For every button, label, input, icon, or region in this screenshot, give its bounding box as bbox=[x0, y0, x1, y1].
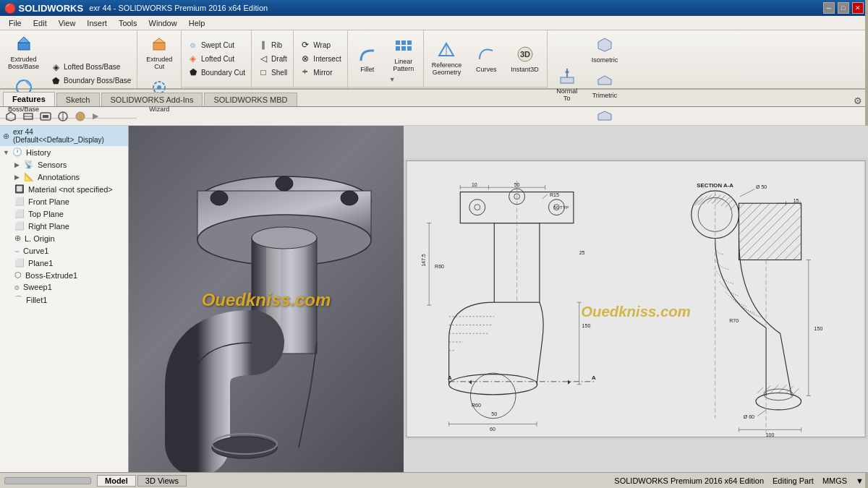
3d-views-tab[interactable]: 3D Views bbox=[137, 475, 187, 487]
boss-extrude1-icon: ⬡ bbox=[14, 270, 22, 280]
title-bar: 🔴 SOLIDWORKS exr 44 - SOLIDWORKS Premium… bbox=[0, 0, 868, 16]
svg-text:147.5: 147.5 bbox=[421, 254, 426, 267]
section-view-icon[interactable] bbox=[55, 108, 71, 124]
tree-sweep1[interactable]: ⌾ Sweep1 bbox=[0, 281, 128, 293]
model-tab[interactable]: Model bbox=[97, 475, 136, 487]
tree-boss-extrude1[interactable]: ⬡ Boss-Extrude1 bbox=[0, 269, 128, 281]
instant3d-button[interactable]: 3D Instant3D bbox=[506, 41, 543, 76]
shell-button[interactable]: □ Shell bbox=[255, 66, 289, 79]
lofted-boss-base-icon: ◈ bbox=[50, 61, 61, 73]
svg-text:R60: R60 bbox=[435, 264, 444, 269]
menu-edit[interactable]: Edit bbox=[27, 17, 53, 29]
tab-search-icon[interactable]: ⚙ bbox=[854, 95, 862, 106]
mirror-button[interactable]: ⫩ Mirror bbox=[297, 66, 343, 79]
lofted-cut-icon: ◈ bbox=[187, 53, 199, 64]
lofted-cut-button[interactable]: ◈ Lofted Cut bbox=[185, 52, 247, 65]
draft-button[interactable]: ◁ Draft bbox=[255, 52, 289, 65]
svg-text:100: 100 bbox=[766, 432, 775, 437]
boundary-cut-icon: ⬟ bbox=[187, 67, 199, 78]
window-controls[interactable]: ─ □ ✕ bbox=[823, 2, 864, 14]
material-icon: 🔲 bbox=[14, 184, 25, 194]
isometric-button[interactable]: Isometric bbox=[587, 32, 623, 67]
svg-rect-10 bbox=[396, 46, 400, 51]
lofted-boss-base-button[interactable]: ◈ Lofted Boss/Base bbox=[48, 61, 133, 74]
tab-sketch[interactable]: Sketch bbox=[56, 93, 100, 106]
tree-annotations[interactable]: ▶ 📐 Annotations bbox=[0, 171, 128, 183]
ribbon-cut-group: ExtrudedCut HoleWizard RevolvedCut bbox=[137, 30, 182, 88]
tree-sensors[interactable]: ▶ 📡 Sensors bbox=[0, 158, 128, 171]
maximize-button[interactable]: □ bbox=[838, 2, 849, 14]
extruded-cut-button[interactable]: ExtrudedCut bbox=[141, 32, 177, 74]
menu-tools[interactable]: Tools bbox=[113, 17, 143, 29]
normal-to-button[interactable]: NormalTo bbox=[551, 64, 583, 106]
svg-rect-9 bbox=[407, 40, 412, 45]
svg-text:Ø 60: Ø 60 bbox=[744, 414, 754, 419]
tab-solidworks-add-ins[interactable]: SOLIDWORKS Add-Ins bbox=[101, 93, 203, 106]
svg-text:50: 50 bbox=[514, 182, 520, 187]
units-dropdown[interactable]: ▼ bbox=[856, 476, 864, 485]
curves-button[interactable]: Curves bbox=[470, 41, 502, 76]
wrap-icon: ⟳ bbox=[299, 39, 311, 51]
origin-label: L. Origin bbox=[25, 234, 55, 243]
view-orientation-icon[interactable] bbox=[3, 108, 19, 124]
curves-icon bbox=[476, 44, 496, 64]
tree-plane1[interactable]: ⬜ Plane1 bbox=[0, 257, 128, 269]
svg-point-34 bbox=[210, 191, 228, 205]
menu-file[interactable]: File bbox=[3, 17, 27, 29]
trimetric-button[interactable]: Trimetric bbox=[587, 67, 623, 102]
menu-insert[interactable]: Insert bbox=[81, 17, 113, 29]
technical-drawing-area: 10 50 R15 50 TYP R60 147 bbox=[404, 126, 868, 472]
tree-root[interactable]: ⊕ exr 44 (Default<<Default>_Display) bbox=[0, 126, 128, 146]
tree-top-plane[interactable]: ⬜ Top Plane bbox=[0, 207, 128, 220]
extruded-boss-base-button[interactable]: ExtrudedBoss/Base bbox=[4, 32, 43, 74]
tree-origin[interactable]: ⊕ L. Origin bbox=[0, 232, 128, 244]
hide-show-icon[interactable] bbox=[38, 108, 54, 124]
tree-history[interactable]: ▼ 🕐 History bbox=[0, 146, 128, 158]
boundary-cut-button[interactable]: ⬟ Boundary Cut bbox=[185, 66, 247, 79]
swept-cut-button[interactable]: ⌾ Swept Cut bbox=[185, 38, 247, 51]
tree-fillet1[interactable]: ⌒ Fillet1 bbox=[0, 293, 128, 307]
3d-pipe-model bbox=[140, 126, 393, 472]
extruded-boss-base-icon bbox=[14, 35, 34, 55]
svg-point-30 bbox=[76, 112, 85, 121]
boundary-boss-base-icon: ⬟ bbox=[50, 75, 61, 87]
close-button[interactable]: ✕ bbox=[852, 2, 864, 14]
display-style-icon[interactable] bbox=[20, 108, 36, 124]
menu-view[interactable]: View bbox=[53, 17, 82, 29]
scroll-bar[interactable] bbox=[4, 477, 91, 484]
menu-window[interactable]: Window bbox=[143, 17, 183, 29]
fillet1-icon: ⌒ bbox=[14, 294, 22, 305]
svg-rect-11 bbox=[401, 46, 406, 51]
minimize-button[interactable]: ─ bbox=[823, 2, 835, 14]
tree-right-plane[interactable]: ⬜ Right Plane bbox=[0, 220, 128, 232]
normal-to-icon bbox=[557, 67, 577, 87]
fillet-button[interactable]: Fillet bbox=[352, 41, 383, 76]
sensors-label: Sensors bbox=[38, 160, 67, 169]
trimetric-label: Trimetric bbox=[592, 92, 618, 99]
annotations-label: Annotations bbox=[38, 173, 80, 181]
appearance-icon[interactable] bbox=[72, 108, 88, 124]
right-plane-icon: ⬜ bbox=[14, 221, 25, 231]
tree-curve1[interactable]: ⌣ Curve1 bbox=[0, 244, 128, 257]
ribbon: ExtrudedBoss/Base RevolvedBoss/Base ◈ Lo… bbox=[0, 30, 868, 90]
linear-pattern-button[interactable]: LinearPattern bbox=[388, 34, 420, 76]
wrap-button[interactable]: ⟳ Wrap bbox=[297, 38, 343, 51]
menu-help[interactable]: Help bbox=[183, 17, 211, 29]
dimetric-icon bbox=[595, 106, 615, 126]
ribbon-tabs: Features Sketch SOLIDWORKS Add-Ins SOLID… bbox=[0, 90, 868, 107]
tab-features[interactable]: Features bbox=[3, 92, 55, 106]
boundary-boss-base-button[interactable]: ⬟ Boundary Boss/Base bbox=[48, 74, 133, 87]
rib-button[interactable]: ∥ Rib bbox=[255, 38, 289, 51]
svg-text:60: 60 bbox=[490, 427, 495, 432]
intersect-button[interactable]: ⊗ Intersect bbox=[297, 52, 343, 65]
menu-bar: File Edit View Insert Tools Window Help bbox=[0, 16, 868, 30]
history-expand-arrow: ▼ bbox=[3, 149, 10, 156]
annotations-expand-arrow: ▶ bbox=[14, 174, 22, 181]
tree-front-plane[interactable]: ⬜ Front Plane bbox=[0, 195, 128, 207]
tab-solidworks-mbd[interactable]: SOLIDWORKS MBD bbox=[204, 93, 297, 106]
svg-text:SECTION A-A: SECTION A-A bbox=[697, 182, 733, 189]
ribbon-swept-group: ⌾ Swept Cut ◈ Lofted Cut ⬟ Boundary Cut bbox=[182, 30, 252, 88]
reference-geometry-button[interactable]: ReferenceGeometry bbox=[427, 38, 467, 80]
tree-material[interactable]: 🔲 Material <not specified> bbox=[0, 183, 128, 195]
3d-viewport[interactable]: Ouedkniss.com bbox=[129, 126, 868, 472]
